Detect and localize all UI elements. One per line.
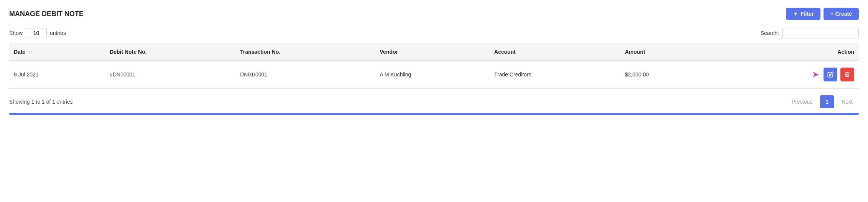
show-label: Show	[9, 30, 23, 36]
search-input[interactable]	[782, 28, 859, 38]
footer-row: Showing 1 to 1 of 1 entries Previous 1 N…	[9, 89, 859, 110]
col-date: Date ↑↓	[9, 43, 105, 61]
col-account: Account	[490, 43, 620, 61]
page-number-1[interactable]: 1	[820, 95, 834, 108]
cell-action: ➤	[714, 61, 859, 89]
search-label: Search:	[761, 30, 779, 36]
col-vendor: Vendor	[375, 43, 490, 61]
cell-debit-note-no: #DN00001	[105, 61, 235, 89]
col-transaction-no: Transaction No.	[235, 43, 375, 61]
bottom-bar	[9, 113, 859, 115]
trash-icon	[844, 71, 850, 78]
cell-amount: $2,000.00	[620, 61, 714, 89]
delete-button[interactable]	[840, 68, 854, 81]
cell-account: Trade Creditors	[490, 61, 620, 89]
pencil-icon	[827, 71, 833, 78]
create-button[interactable]: + Create	[824, 8, 859, 20]
sort-icon-date: ↑↓	[28, 50, 32, 54]
filter-button[interactable]: ▼ Filter	[786, 8, 820, 20]
header-row: MANAGE DEBIT NOTE ▼ Filter + Create	[9, 8, 859, 20]
entries-input[interactable]	[26, 28, 47, 38]
cell-transaction-no: DN01/0001	[235, 61, 375, 89]
next-button[interactable]: Next	[835, 96, 859, 108]
pagination: Previous 1 Next	[786, 95, 859, 108]
show-entries: Show entries	[9, 28, 66, 38]
page-title: MANAGE DEBIT NOTE	[9, 10, 84, 18]
filter-icon: ▼	[793, 11, 798, 17]
table-header-row: Date ↑↓ Debit Note No. Transaction No. V…	[9, 43, 859, 61]
col-debit-note-no: Debit Note No.	[105, 43, 235, 61]
arrow-right-icon: ➤	[812, 70, 819, 79]
cell-vendor: A M Kuchling	[375, 61, 490, 89]
data-table: Date ↑↓ Debit Note No. Transaction No. V…	[9, 43, 859, 89]
table-row: 9 Jul 2021 #DN00001 DN01/0001 A M Kuchli…	[9, 61, 859, 89]
showing-text: Showing 1 to 1 of 1 entries	[9, 99, 73, 105]
header-buttons: ▼ Filter + Create	[786, 8, 859, 20]
entries-label: entries	[50, 30, 66, 36]
cell-date: 9 Jul 2021	[9, 61, 105, 89]
col-action: Action	[714, 43, 859, 61]
col-amount: Amount	[620, 43, 714, 61]
search-area: Search:	[761, 28, 859, 38]
controls-row: Show entries Search:	[9, 28, 859, 38]
previous-button[interactable]: Previous	[786, 96, 819, 108]
edit-button[interactable]	[824, 68, 837, 81]
